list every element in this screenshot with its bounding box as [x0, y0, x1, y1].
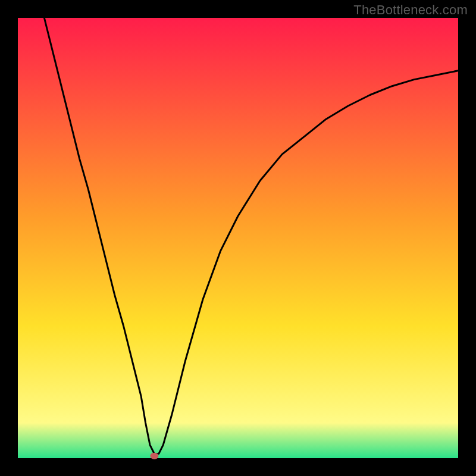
optimum-marker	[150, 453, 158, 459]
chart-background	[18, 18, 458, 458]
chart-container: { "watermark": "TheBottleneck.com", "cha…	[0, 0, 476, 476]
watermark-text: TheBottleneck.com	[353, 2, 468, 18]
bottleneck-chart	[0, 0, 476, 476]
